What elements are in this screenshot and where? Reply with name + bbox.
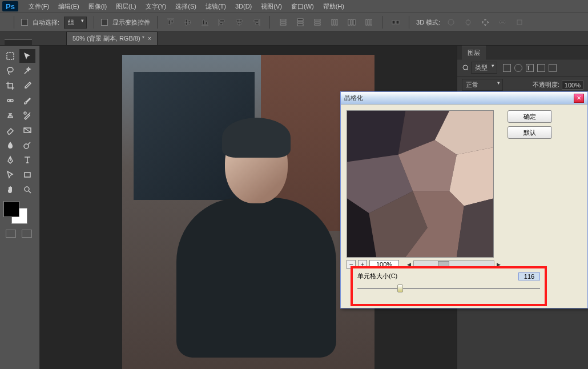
- align-hcenter-icon: [233, 16, 245, 29]
- auto-select-checkbox[interactable]: [21, 19, 28, 26]
- app-logo: Ps: [2, 1, 18, 11]
- eraser-tool[interactable]: [2, 123, 18, 137]
- svg-point-26: [24, 112, 26, 114]
- 3d-slide-icon[interactable]: [496, 16, 509, 29]
- zoom-tool[interactable]: [19, 183, 35, 196]
- clone-stamp-tool[interactable]: [2, 109, 18, 122]
- svg-rect-5: [297, 24, 303, 26]
- path-selection-tool[interactable]: [2, 168, 18, 182]
- rectangular-marquee-tool[interactable]: [2, 49, 18, 63]
- spot-healing-tool[interactable]: [2, 94, 18, 107]
- align-vcenter-icon: [182, 16, 194, 29]
- rectangle-tool[interactable]: [19, 168, 35, 182]
- cell-size-value-input[interactable]: 116: [518, 272, 540, 280]
- type-tool[interactable]: [19, 153, 35, 167]
- brush-tool[interactable]: [19, 94, 35, 107]
- menu-file[interactable]: 文件(F): [24, 1, 54, 13]
- color-swatches[interactable]: [3, 201, 37, 224]
- 3d-roll-icon[interactable]: [462, 16, 474, 29]
- opacity-label: 不透明度:: [533, 81, 559, 89]
- distribute-bottom-icon: [311, 16, 324, 29]
- show-transform-checkbox[interactable]: [101, 19, 108, 26]
- svg-rect-2: [280, 24, 286, 25]
- 3d-pan-icon[interactable]: [479, 16, 492, 29]
- eyedropper-tool[interactable]: [19, 79, 35, 93]
- blur-tool[interactable]: [2, 138, 18, 152]
- cell-size-parameter-group: 单元格大小(C) 116: [351, 266, 547, 306]
- menu-layer[interactable]: 图层(L): [111, 1, 140, 13]
- layer-filter-type-dropdown[interactable]: 类型: [471, 62, 497, 74]
- filter-text-icon[interactable]: T: [526, 64, 534, 72]
- filter-smartobject-icon[interactable]: [549, 64, 557, 72]
- 3d-orbit-icon[interactable]: [445, 16, 457, 29]
- options-bar: 自动选择: 组 显示变换控件 3D 模式:: [0, 13, 588, 32]
- blend-mode-dropdown[interactable]: 正常: [462, 79, 503, 91]
- menu-type[interactable]: 文字(Y): [141, 1, 171, 13]
- crop-tool[interactable]: [2, 79, 18, 93]
- 3d-scale-icon[interactable]: [513, 16, 526, 29]
- document-tab-title: 50% (背景 副本, RGB/8) *: [73, 34, 144, 43]
- filter-type-icon: [462, 64, 469, 72]
- auto-align-icon: [389, 16, 402, 29]
- distribute-right-icon: [363, 16, 375, 29]
- cell-size-slider[interactable]: [357, 284, 540, 293]
- align-left-icon: [216, 16, 228, 29]
- screenmode-toggle-icon[interactable]: [22, 230, 32, 238]
- dialog-titlebar[interactable]: 晶格化 ✕: [341, 92, 587, 105]
- toolbox: [0, 46, 40, 369]
- svg-rect-13: [351, 19, 352, 25]
- auto-select-dropdown[interactable]: 组: [64, 17, 87, 29]
- menu-filter[interactable]: 滤镜(T): [201, 1, 231, 13]
- opacity-value-input[interactable]: 100%: [562, 81, 583, 90]
- gradient-tool[interactable]: [19, 123, 35, 137]
- svg-rect-15: [366, 19, 367, 25]
- quickmask-toggle-icon[interactable]: [6, 230, 16, 238]
- svg-rect-12: [348, 19, 350, 25]
- move-tool[interactable]: [19, 49, 35, 63]
- svg-point-28: [24, 144, 29, 149]
- svg-point-30: [25, 187, 29, 191]
- svg-rect-8: [315, 24, 320, 25]
- dialog-close-button[interactable]: ✕: [574, 94, 584, 103]
- mode-3d-label: 3D 模式:: [416, 18, 440, 27]
- align-bottom-icon: [199, 16, 211, 29]
- svg-rect-6: [315, 19, 320, 21]
- hand-tool[interactable]: [2, 183, 18, 196]
- cell-size-slider-thumb[interactable]: [397, 284, 403, 292]
- menu-3d[interactable]: 3D(D): [231, 1, 256, 11]
- menu-image[interactable]: 图像(I): [84, 1, 111, 13]
- auto-select-label: 自动选择:: [33, 18, 59, 27]
- distribute-top-icon: [277, 16, 289, 29]
- svg-rect-11: [336, 19, 337, 25]
- filter-image-icon[interactable]: [503, 64, 511, 72]
- document-canvas[interactable]: [122, 55, 374, 369]
- svg-rect-23: [7, 53, 14, 59]
- magic-wand-tool[interactable]: [19, 64, 35, 78]
- foreground-color[interactable]: [3, 201, 19, 217]
- align-right-icon: [250, 16, 263, 29]
- layers-panel-tab[interactable]: 图层: [462, 46, 486, 59]
- svg-point-20: [448, 19, 454, 25]
- filter-shape-icon[interactable]: [537, 64, 545, 72]
- lasso-tool[interactable]: [2, 64, 18, 78]
- menu-help[interactable]: 帮助(H): [319, 1, 349, 13]
- document-tab[interactable]: 50% (背景 副本, RGB/8) * ×: [66, 31, 158, 45]
- document-tab-bar: 50% (背景 副本, RGB/8) * ×: [0, 32, 588, 46]
- filter-preview[interactable]: [347, 110, 494, 258]
- close-tab-icon[interactable]: ×: [148, 35, 151, 42]
- distribute-vcenter-icon: [294, 16, 307, 29]
- svg-rect-9: [332, 19, 333, 25]
- history-brush-tool[interactable]: [19, 109, 35, 122]
- menu-select[interactable]: 选择(S): [171, 1, 201, 13]
- svg-rect-18: [392, 21, 395, 24]
- svg-point-21: [466, 20, 470, 25]
- menu-edit[interactable]: 编辑(E): [54, 1, 84, 13]
- filter-adjustment-icon[interactable]: [514, 64, 522, 72]
- ok-button[interactable]: 确定: [508, 110, 552, 123]
- pen-tool[interactable]: [2, 153, 18, 167]
- tab-handle-icon[interactable]: [5, 39, 32, 45]
- menu-window[interactable]: 窗口(W): [287, 1, 319, 13]
- dodge-tool[interactable]: [19, 138, 35, 152]
- menu-view[interactable]: 视图(V): [256, 1, 287, 13]
- default-button[interactable]: 默认: [508, 126, 552, 139]
